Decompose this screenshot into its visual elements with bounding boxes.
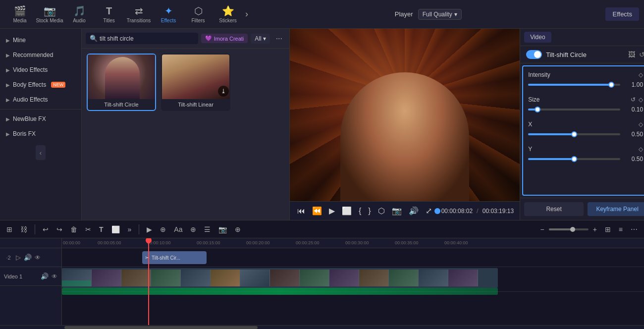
effect-toggle[interactable] xyxy=(526,50,542,59)
tl-link-btn[interactable]: ⛓ xyxy=(18,224,30,235)
filter-all-btn[interactable]: All ▾ xyxy=(251,34,269,44)
tl-redo-btn[interactable]: ↪ xyxy=(54,224,65,235)
tl-zoom-out-btn[interactable]: − xyxy=(537,224,546,235)
zoom-slider-track[interactable] xyxy=(549,228,589,230)
toolbar-audio[interactable]: 🎵 Audio xyxy=(64,2,94,27)
x-slider-track[interactable] xyxy=(528,133,620,135)
square-btn[interactable]: ⬜ xyxy=(340,205,353,217)
sidebar-item-newblue-fx[interactable]: ▶ NewBlue FX xyxy=(0,111,81,126)
toolbar-effects[interactable]: ✦ Effects xyxy=(154,2,183,27)
search-input[interactable] xyxy=(100,35,194,42)
step-back-btn[interactable]: ⏪ xyxy=(311,205,323,217)
video1-eye-icon[interactable]: 👁 xyxy=(52,273,57,280)
sidebar-item-mine[interactable]: ▶ Mine xyxy=(0,33,81,48)
ruler-mark-7: 00:00:35:00 xyxy=(395,240,419,245)
tl-delete-btn[interactable]: 🗑 xyxy=(68,224,80,235)
sidebar-item-boris-fx[interactable]: ▶ Boris FX xyxy=(0,126,81,141)
intensity-slider-row: 1.00 xyxy=(528,81,643,88)
toolbar-stock-media[interactable]: 📷 Stock Media xyxy=(35,2,64,27)
snapshot-btn[interactable]: 📷 xyxy=(390,205,403,217)
recommended-chevron-icon: ▶ xyxy=(6,53,10,58)
player-label: Player xyxy=(395,10,413,18)
audio-icon: 🎵 xyxy=(73,5,86,17)
tl-sep-1 xyxy=(35,224,35,234)
size-diamond-icon[interactable]: ◇ xyxy=(639,96,643,103)
size-slider-track[interactable] xyxy=(528,109,620,110)
tl-cut-btn[interactable]: ✂ xyxy=(83,224,94,235)
size-label-row: Size ↺ ◇ xyxy=(528,96,643,103)
skip-back-btn[interactable]: ⏮ xyxy=(296,205,307,217)
tl-forward-btn[interactable]: » xyxy=(125,224,134,235)
size-reset-icon[interactable]: ↺ xyxy=(631,96,636,103)
imora-badge[interactable]: 💜 Imora Creati xyxy=(201,34,248,43)
keyframe-panel-button[interactable]: Keyframe Panel xyxy=(588,202,644,216)
tl-mark-btn[interactable]: ▶ xyxy=(144,224,155,235)
toolbar-stickers[interactable]: ⭐ Stickers xyxy=(213,2,243,27)
x-slider-group: X ◇ 0.50 xyxy=(528,121,643,138)
y-slider-track[interactable] xyxy=(528,158,620,160)
toolbar-transitions[interactable]: ⇄ Transitions xyxy=(124,2,154,27)
tl-grid-btn[interactable]: ⊞ xyxy=(602,224,613,235)
filters-icon: ⬡ xyxy=(194,5,203,17)
playhead[interactable] xyxy=(148,238,149,325)
sidebar-collapse-btn[interactable]: ‹ xyxy=(36,145,46,160)
tl-text-btn[interactable]: T xyxy=(97,224,106,235)
video2-audio-icon[interactable]: 🔊 xyxy=(24,254,32,261)
tl-photo-btn[interactable]: 📷 xyxy=(216,224,229,235)
mark-out-btn[interactable]: } xyxy=(367,205,372,217)
size-label: Size xyxy=(528,96,539,103)
effect-card-tilt-linear[interactable]: ⤓ Tilt-shift Linear xyxy=(161,54,230,111)
y-diamond-icon[interactable]: ◇ xyxy=(639,146,643,153)
toolbar-more-btn[interactable]: › xyxy=(243,6,251,22)
tl-add-btn[interactable]: ⊕ xyxy=(158,224,168,235)
tl-text2-btn[interactable]: Aa xyxy=(171,224,185,235)
x-diamond-icon[interactable]: ◇ xyxy=(639,121,643,128)
sidebar-item-video-effects[interactable]: ▶ Video Effects xyxy=(0,62,81,77)
effect-reset-icon[interactable]: ↺ xyxy=(639,51,644,58)
imora-heart-icon: 💜 xyxy=(205,35,212,42)
intensity-diamond-icon[interactable]: ◇ xyxy=(639,71,643,78)
video2-play-icon[interactable]: ▷ xyxy=(16,254,21,261)
sliders-area: Intensity ◇ 1.00 Size ↺ ◇ xyxy=(522,65,644,196)
fullscreen-btn[interactable]: ⤢ xyxy=(424,205,433,217)
tl-plus-btn[interactable]: ⊕ xyxy=(188,224,199,235)
intensity-slider-group: Intensity ◇ 1.00 xyxy=(528,71,643,88)
effect-info-icon[interactable]: 🖼 xyxy=(628,51,635,58)
timeline-content: 00:00:00 00:00:05:00 00:00:10:00 00:00:1… xyxy=(62,238,644,325)
tl-dots-btn[interactable]: ⋯ xyxy=(628,224,640,235)
intensity-slider-track[interactable] xyxy=(528,84,620,86)
tl-crop-btn[interactable]: ⬜ xyxy=(109,224,122,235)
video-track-1[interactable] xyxy=(62,268,498,288)
tl-snap-btn[interactable]: ⊞ xyxy=(4,224,15,235)
right-sub-tab-video[interactable]: Video xyxy=(524,32,551,43)
x-slider-fill xyxy=(528,133,574,135)
right-tab-effects[interactable]: Effects xyxy=(605,7,639,21)
tl-compound-btn[interactable]: ⊕ xyxy=(232,224,243,235)
audio-btn[interactable]: 🔊 xyxy=(407,205,420,217)
sidebar-item-body-effects[interactable]: ▶ Body Effects NEW xyxy=(0,77,81,92)
video1-audio-icon[interactable]: 🔊 xyxy=(41,273,49,280)
reset-button[interactable]: Reset xyxy=(524,202,584,216)
toolbar-filters[interactable]: ⬡ Filters xyxy=(183,2,213,27)
effect-card-tilt-circle[interactable]: Tilt-shift Circle xyxy=(87,54,156,111)
tl-list-btn[interactable]: ☰ xyxy=(202,224,213,235)
tl-undo-btn[interactable]: ↩ xyxy=(40,224,51,235)
sidebar-item-recommended[interactable]: ▶ Recommended xyxy=(0,48,81,62)
mark-clip-btn[interactable]: ⬡ xyxy=(376,205,386,217)
tl-more-btn[interactable]: ≡ xyxy=(616,224,625,235)
video2-eye-icon[interactable]: 👁 xyxy=(35,254,41,261)
play-btn[interactable]: ▶ xyxy=(327,205,336,217)
effect-clip[interactable]: ✂ Tilt-shift Cir... xyxy=(142,251,207,264)
toolbar-audio-label: Audio xyxy=(73,18,86,23)
effects-more-btn[interactable]: ··· xyxy=(273,33,285,44)
tl-zoom-in-btn[interactable]: + xyxy=(590,224,599,235)
toolbar-titles[interactable]: T Titles xyxy=(94,2,124,27)
timeline-scrollbar[interactable] xyxy=(0,325,644,329)
mark-in-btn[interactable]: { xyxy=(357,205,363,217)
toolbar-media[interactable]: 🎬 Media xyxy=(5,2,35,27)
sidebar-item-audio-effects[interactable]: ▶ Audio Effects xyxy=(0,92,81,107)
tilt-linear-overlay-icon: ⤓ xyxy=(218,86,229,97)
size-slider-row: 0.10 xyxy=(528,106,643,113)
quality-select[interactable]: Full Quality ▾ xyxy=(418,9,462,20)
video-thumb-9 xyxy=(300,270,329,286)
